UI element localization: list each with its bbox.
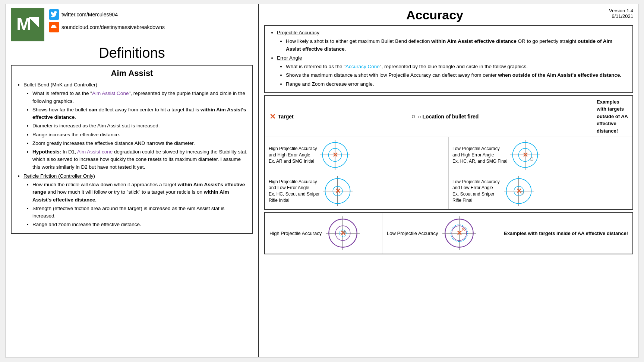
diag1-svg: ✕ bbox=[320, 140, 350, 170]
bottom-diag1-label: High Projectile Accuracy bbox=[269, 231, 322, 236]
bb-sub6: Hypothesis: In D1, Aim Assist cone degra… bbox=[32, 148, 248, 171]
soundcloud-text: soundcloud.com/destinymassivebreakdowns bbox=[61, 24, 165, 30]
location-label: ○ ○ Location of bullet fired bbox=[411, 112, 479, 120]
bullet-bend-sub-list: What is referred to as the "Aim Assist C… bbox=[23, 90, 248, 171]
twitter-text: twitter.com/Mercules904 bbox=[61, 12, 118, 18]
ea-sub3: Range and Zoom decrease error angle. bbox=[286, 80, 628, 88]
soundcloud-icon bbox=[49, 22, 59, 32]
bullet-bend-item: Bullet Bend (MnK and Controller) What is… bbox=[23, 81, 248, 171]
error-angle-item: Error Angle What is referred to as the "… bbox=[277, 54, 628, 88]
bb-sub2: Shows how far the bullet can deflect awa… bbox=[32, 106, 248, 121]
x-icon: ✕ bbox=[269, 112, 276, 121]
reticle-friction-label: Reticle Friction (Controller Only) bbox=[23, 173, 95, 179]
svg-text:✕: ✕ bbox=[461, 226, 465, 232]
diagram-cell-3: High Projectile Accuracyand Low Error An… bbox=[265, 173, 449, 209]
twitter-item: twitter.com/Mercules904 bbox=[49, 9, 165, 20]
bb-sub5: Zoom greatly increases the effective dis… bbox=[32, 140, 248, 147]
diagram-cell-2: Low Projectile Accuracyand High Error An… bbox=[449, 137, 632, 173]
inside-examples-label: Examples with targets inside of AA effec… bbox=[504, 230, 628, 237]
bottom-section: High Projectile Accuracy ✕ Low Projectil bbox=[264, 212, 633, 254]
diag2-svg: ✕ bbox=[510, 140, 540, 170]
version-text: Version 1.4 bbox=[609, 8, 633, 13]
ea-sub1: What is referred to as the "Accuracy Con… bbox=[286, 63, 628, 70]
bb-sub4: Range increases the effective distance. bbox=[32, 131, 248, 139]
diag4-svg: ✕ bbox=[504, 176, 534, 206]
aim-assist-list: Bullet Bend (MnK and Controller) What is… bbox=[16, 81, 248, 229]
reticle-friction-item: Reticle Friction (Controller Only) How m… bbox=[23, 172, 248, 229]
diagrams-container: ✕ Target ○ ○ Location of bullet fired Ex… bbox=[264, 95, 633, 210]
svg-text:✕: ✕ bbox=[523, 151, 528, 159]
version-info: Version 1.4 6/11/2021 bbox=[605, 8, 633, 19]
aim-assist-section: Aim Assist Bullet Bend (MnK and Controll… bbox=[11, 65, 253, 234]
header-row: M twitter.com/Mercules904 soundcloud.com… bbox=[11, 8, 253, 41]
right-panel: Accuracy Version 1.4 6/11/2021 Projectil… bbox=[259, 4, 638, 357]
left-panel: M twitter.com/Mercules904 soundcloud.com… bbox=[6, 4, 259, 357]
diag1-label: High Projectile Accuracyand High Error A… bbox=[269, 146, 317, 164]
target-label-text: Target bbox=[278, 114, 294, 120]
svg-text:M: M bbox=[16, 14, 31, 34]
bottom-diag1-svg: ✕ bbox=[326, 216, 360, 250]
page: M twitter.com/Mercules904 soundcloud.com… bbox=[5, 4, 639, 358]
svg-text:✕: ✕ bbox=[516, 187, 522, 195]
rf-sub1: How much the reticle will slow down when… bbox=[32, 181, 248, 204]
pa-sub1: How likely a shot is to either get maxim… bbox=[286, 38, 628, 53]
outside-examples-label: Exampleswith targetsoutside of AAeffecti… bbox=[597, 98, 628, 135]
twitter-icon bbox=[49, 9, 59, 20]
bb-sub3: Diameter is increased as the Aim Assist … bbox=[32, 122, 248, 130]
bullet-bend-label: Bullet Bend (MnK and Controller) bbox=[23, 82, 97, 88]
diagrams-grid: High Projectile Accuracyand High Error A… bbox=[265, 137, 632, 209]
circle-icon: ○ bbox=[411, 112, 416, 120]
location-label-text: ○ Location of bullet fired bbox=[418, 114, 479, 120]
soundcloud-item: soundcloud.com/destinymassivebreakdowns bbox=[49, 22, 165, 32]
diagram-cell-4: Low Projectile Accuracyand Low Error Ang… bbox=[449, 173, 632, 209]
accuracy-content: Projectile Accuracy How likely a shot is… bbox=[264, 25, 633, 93]
rf-sub2: Strength (effective friction area around… bbox=[32, 205, 248, 220]
bottom-cell-2: Low Projectile Accuracy ✕ ✕ bbox=[382, 213, 499, 254]
error-angle-label: Error Angle bbox=[277, 55, 302, 61]
rf-sub3: Range and zoom increase the effective di… bbox=[32, 221, 248, 228]
projectile-accuracy-item: Projectile Accuracy How likely a shot is… bbox=[277, 29, 628, 53]
date-text: 6/11/2021 bbox=[609, 13, 633, 19]
reticle-friction-sub-list: How much the reticle will slow down when… bbox=[23, 181, 248, 229]
diag3-svg: ✕ bbox=[323, 176, 353, 206]
logo-icon: M bbox=[15, 12, 41, 38]
accuracy-cone-text: Accuracy Cone bbox=[345, 64, 380, 69]
svg-text:✕: ✕ bbox=[335, 187, 340, 195]
logo: M bbox=[11, 8, 44, 41]
svg-point-13 bbox=[530, 158, 533, 161]
target-label: ✕ Target bbox=[269, 112, 294, 121]
accuracy-title: Accuracy bbox=[264, 8, 605, 22]
bb-sub1: What is referred to as the "Aim Assist C… bbox=[32, 90, 248, 105]
social-links: twitter.com/Mercules904 soundcloud.com/d… bbox=[49, 8, 165, 32]
aim-assist-title: Aim Assist bbox=[16, 69, 248, 78]
diag2-label: Low Projectile Accuracyand High Error An… bbox=[452, 146, 507, 164]
aim-assist-cone-text: Aim Assist Cone bbox=[92, 90, 129, 96]
diagrams-header: ✕ Target ○ ○ Location of bullet fired Ex… bbox=[265, 96, 632, 137]
pa-sub-list: How likely a shot is to either get maxim… bbox=[277, 38, 628, 53]
diagram-cell-1: High Projectile Accuracyand High Error A… bbox=[265, 137, 449, 173]
bottom-diag2-svg: ✕ ✕ bbox=[442, 216, 476, 250]
inside-examples-label-container: Examples with targets inside of AA effec… bbox=[499, 213, 632, 254]
projectile-accuracy-label: Projectile Accuracy bbox=[277, 30, 319, 35]
bottom-diag2-label: Low Projectile Accuracy bbox=[387, 231, 438, 236]
svg-point-31 bbox=[343, 231, 346, 233]
diag4-label: Low Projectile Accuracyand Low Error Ang… bbox=[452, 179, 501, 204]
svg-text:✕: ✕ bbox=[332, 151, 338, 159]
ea-sub-list: What is referred to as the "Accuracy Con… bbox=[277, 63, 628, 88]
bottom-cell-1: High Projectile Accuracy ✕ bbox=[265, 213, 382, 254]
accuracy-list: Projectile Accuracy How likely a shot is… bbox=[269, 29, 628, 88]
ea-sub2: Shows the maximum distance a shot with l… bbox=[286, 72, 628, 79]
diag3-label: High Projectile Accuracyand Low Error An… bbox=[269, 179, 320, 204]
definitions-title: Definitions bbox=[11, 45, 253, 61]
